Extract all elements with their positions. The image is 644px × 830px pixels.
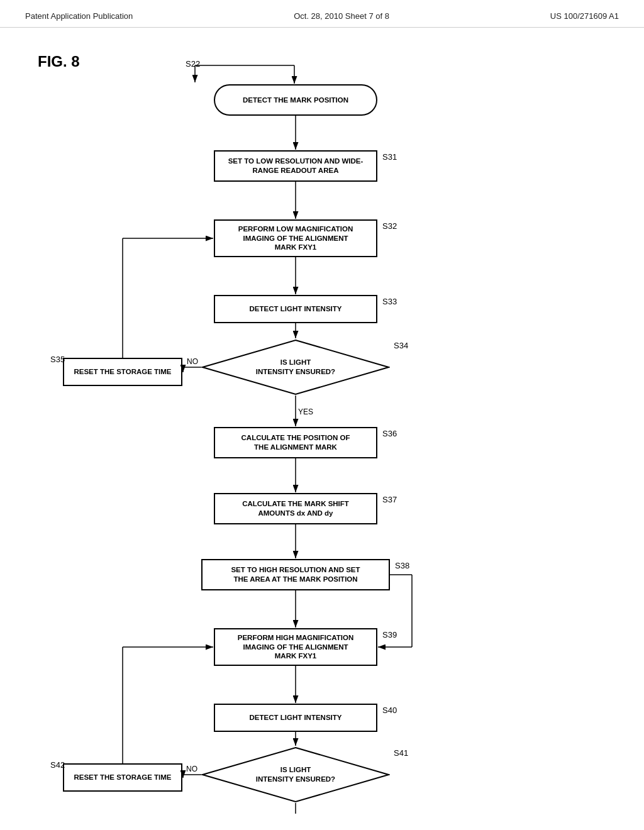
s31-label: S31 bbox=[382, 152, 397, 162]
s36-box: CALCULATE THE POSITION OF THE ALIGNMENT … bbox=[214, 427, 377, 458]
svg-text:NO: NO bbox=[186, 765, 197, 773]
diagram-area: FIG. 8 S22 DETECT THE MARK POSITION SET … bbox=[0, 28, 644, 814]
header-left: Patent Application Publication bbox=[25, 11, 133, 21]
s37-label: S37 bbox=[382, 495, 397, 504]
page-header: Patent Application Publication Oct. 28, … bbox=[0, 0, 644, 28]
s39-label: S39 bbox=[382, 630, 397, 639]
s35-text: RESET THE STORAGE TIME bbox=[74, 367, 171, 377]
svg-text:NO: NO bbox=[187, 357, 198, 366]
s38-label: S38 bbox=[395, 561, 409, 570]
s37-box: CALCULATE THE MARK SHIFT AMOUNTS dx AND … bbox=[214, 493, 377, 524]
s36-label: S36 bbox=[382, 429, 397, 438]
s37-text: CALCULATE THE MARK SHIFT AMOUNTS dx AND … bbox=[242, 499, 349, 518]
header-center: Oct. 28, 2010 Sheet 7 of 8 bbox=[294, 11, 389, 21]
s32-text: PERFORM LOW MAGNIFICATION IMAGING OF THE… bbox=[238, 224, 353, 253]
flowchart-arrows: NO YES NO YES bbox=[0, 28, 644, 814]
svg-text:YES: YES bbox=[298, 407, 313, 416]
s22-label: S22 bbox=[186, 59, 200, 69]
s32-box: PERFORM LOW MAGNIFICATION IMAGING OF THE… bbox=[214, 219, 377, 257]
s39-box: PERFORM HIGH MAGNIFICATION IMAGING OF TH… bbox=[214, 628, 377, 666]
figure-label: FIG. 8 bbox=[38, 53, 80, 70]
s42-box: RESET THE STORAGE TIME bbox=[63, 763, 182, 792]
s32-label: S32 bbox=[382, 221, 397, 231]
s40-label: S40 bbox=[382, 706, 397, 715]
header-right: US 100/271609 A1 bbox=[550, 11, 619, 21]
s41-diamond-container: IS LIGHT INTENSITY ENSURED? bbox=[201, 746, 390, 803]
s41-text: IS LIGHT INTENSITY ENSURED? bbox=[256, 766, 335, 783]
s31-text: SET TO LOW RESOLUTION AND WIDE-RANGE REA… bbox=[215, 157, 376, 175]
s42-text: RESET THE STORAGE TIME bbox=[74, 773, 171, 782]
detect-mark-box: DETECT THE MARK POSITION bbox=[214, 84, 377, 116]
s31-box: SET TO LOW RESOLUTION AND WIDE-RANGE REA… bbox=[214, 150, 377, 182]
s35-label: S35 bbox=[50, 355, 65, 364]
s42-label: S42 bbox=[50, 760, 65, 770]
s34-label: S34 bbox=[394, 341, 408, 350]
s40-box: DETECT LIGHT INTENSITY bbox=[214, 704, 377, 732]
s35-box: RESET THE STORAGE TIME bbox=[63, 358, 182, 386]
s33-box: DETECT LIGHT INTENSITY bbox=[214, 295, 377, 323]
s39-text: PERFORM HIGH MAGNIFICATION IMAGING OF TH… bbox=[238, 633, 353, 661]
s40-text: DETECT LIGHT INTENSITY bbox=[250, 713, 342, 722]
s41-label: S41 bbox=[394, 748, 408, 758]
s38-text: SET TO HIGH RESOLUTION AND SET THE AREA … bbox=[231, 565, 360, 584]
s36-text: CALCULATE THE POSITION OF THE ALIGNMENT … bbox=[242, 433, 350, 452]
detect-mark-text: DETECT THE MARK POSITION bbox=[243, 96, 348, 105]
s33-text: DETECT LIGHT INTENSITY bbox=[250, 304, 342, 314]
s33-label: S33 bbox=[382, 297, 397, 306]
s34-text: IS LIGHT INTENSITY ENSURED? bbox=[256, 358, 335, 375]
s34-diamond-container: IS LIGHT INTENSITY ENSURED? bbox=[201, 339, 390, 396]
s38-box: SET TO HIGH RESOLUTION AND SET THE AREA … bbox=[201, 559, 390, 590]
